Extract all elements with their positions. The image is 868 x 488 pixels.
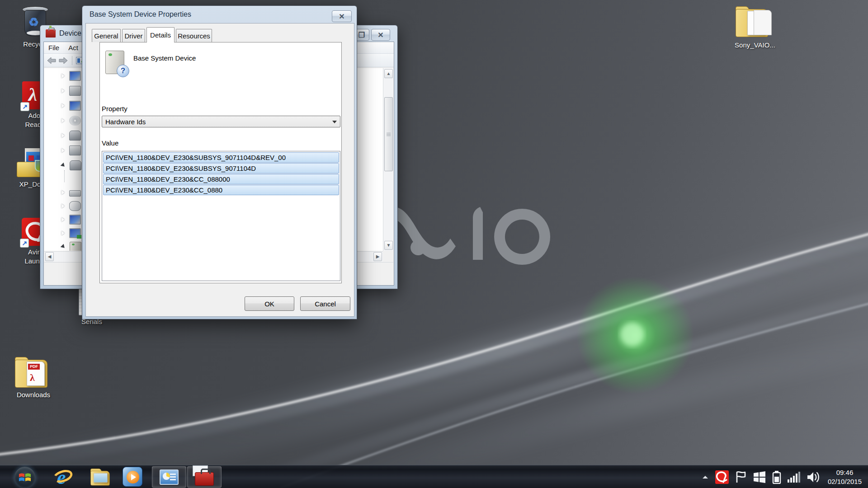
expand-icon[interactable] [61, 190, 65, 195]
device-tree-item-disk-drive[interactable] [61, 85, 81, 97]
avira-tray-icon[interactable] [715, 470, 729, 484]
vertical-scrollbar[interactable]: ▲ ▼ [383, 68, 393, 251]
device-tree-item-monitor[interactable] [61, 214, 81, 225]
dialog-close-button[interactable]: ✕ [332, 10, 352, 22]
internet-explorer-icon: e [53, 467, 73, 487]
hardware-id-item[interactable]: PCI\VEN_1180&DEV_E230&SUBSYS_9071104D [103, 163, 339, 174]
scroll-down-icon[interactable]: ▼ [384, 241, 393, 250]
taskbar-system-monitor-app[interactable] [152, 466, 186, 488]
taskbar-media-player[interactable] [122, 466, 143, 487]
device-tree-item-imaging-device[interactable] [61, 160, 81, 171]
explorer-folder-icon [90, 469, 108, 485]
expand-icon[interactable] [61, 231, 65, 235]
battery-icon[interactable] [772, 470, 781, 484]
start-button[interactable] [14, 467, 35, 488]
dialog-title: Base System Device Properties [90, 10, 191, 19]
taskbar-internet-explorer[interactable]: e [52, 466, 73, 487]
tab-resources[interactable]: Resources [176, 29, 212, 42]
signal-bars-icon[interactable] [788, 471, 800, 483]
shortcut-arrow-icon: ↗ [20, 102, 29, 111]
desktop: ♻ Recycle λ ↗ Adob Reader XP_Dow ↗ Avira… [0, 0, 868, 488]
monitor-icon [69, 215, 81, 225]
network-adapter-icon [69, 228, 81, 238]
device-tree-item-dvd-drive[interactable] [61, 115, 81, 127]
tree-child-connector [64, 170, 65, 182]
display-adapter-icon [69, 101, 81, 111]
scroll-right-icon[interactable]: ▶ [373, 252, 382, 261]
tab-label: Resources [178, 32, 210, 40]
ok-button[interactable]: OK [245, 296, 294, 311]
property-dropdown[interactable]: Hardware Ids [102, 116, 340, 127]
expand-icon[interactable] [61, 148, 65, 153]
device-tree-item-system-device[interactable] [61, 241, 81, 251]
hardware-id-item[interactable]: PCI\VEN_1180&DEV_E230&CC_088000 [103, 174, 339, 184]
device-tree-item-portable-device[interactable] [61, 130, 81, 141]
disk-drive-icon [69, 86, 81, 96]
device-tree-item-display-adapter[interactable] [61, 100, 81, 112]
expand-icon[interactable] [61, 133, 65, 138]
value-listbox[interactable]: PCI\VEN_1180&DEV_E230&SUBSYS_9071104D&RE… [102, 151, 340, 281]
taskbar-windows-explorer[interactable] [89, 466, 109, 487]
hardware-id-item[interactable]: PCI\VEN_1180&DEV_E230&SUBSYS_9071104D&RE… [103, 152, 339, 163]
system-device-icon [70, 242, 81, 251]
device-name: Base System Device [133, 54, 196, 62]
device-tree-item-network-adapter[interactable] [61, 227, 81, 239]
media-player-icon [123, 467, 142, 487]
expand-icon[interactable] [61, 118, 65, 123]
clock-time: 09:46 [828, 468, 862, 477]
tray-clock[interactable]: 09:46 02/10/2015 [828, 468, 862, 486]
portable-device-icon [69, 131, 81, 141]
dialog-titlebar[interactable]: Base System Device Properties [82, 6, 357, 23]
tab-general[interactable]: General [92, 29, 121, 42]
speaker-icon[interactable] [807, 471, 820, 483]
close-button[interactable]: ✕ [371, 29, 390, 41]
menu-file[interactable]: File [44, 43, 64, 52]
taskbar-device-manager-app[interactable] [187, 466, 222, 488]
expand-icon[interactable] [61, 103, 65, 108]
tab-details[interactable]: Details [146, 27, 175, 42]
device-tree-item-keyboard[interactable] [61, 187, 81, 198]
properties-dialog: Base System Device Properties ✕ General … [82, 5, 357, 319]
scroll-left-icon[interactable]: ◀ [45, 252, 54, 261]
chevron-down-icon [332, 121, 337, 123]
device-tree-item-mouse[interactable] [61, 200, 81, 212]
property-label: Property [102, 105, 127, 113]
collapse-icon[interactable] [61, 163, 66, 169]
device-tree-item-ide-controller[interactable] [61, 145, 81, 156]
scroll-up-icon[interactable]: ▲ [384, 69, 393, 78]
clock-date: 02/10/2015 [828, 477, 862, 486]
toolbox-icon [195, 472, 214, 486]
back-icon[interactable] [47, 56, 57, 65]
dvd-drive-icon [69, 116, 81, 126]
device-manager-icon [46, 29, 56, 38]
tab-label: Details [150, 31, 171, 39]
shortcut-arrow-icon: ↗ [20, 239, 29, 248]
downloads-folder-icon: PDFλ [15, 357, 52, 389]
desktop-icon-downloads[interactable]: PDFλ Downloads [13, 357, 54, 399]
forward-icon[interactable] [58, 56, 68, 65]
sony-vaio-folder-icon [736, 6, 774, 39]
hardware-id-item[interactable]: PCI\VEN_1180&DEV_E230&CC_0880 [103, 185, 339, 195]
desktop-icon-sony-vaio[interactable]: Sony_VAIO... [731, 6, 778, 50]
tray-expand-arrow-icon[interactable] [702, 475, 709, 479]
icon-label: Downloads [17, 390, 50, 399]
action-center-flag-icon[interactable] [735, 471, 747, 483]
device-icon [105, 51, 124, 74]
taskbar: e [0, 465, 868, 488]
tab-driver[interactable]: Driver [122, 29, 145, 42]
keyboard-icon [69, 190, 81, 197]
expand-icon[interactable] [61, 204, 65, 208]
icon-label: Sony_VAIO... [735, 41, 775, 50]
menu-action[interactable]: Act [64, 43, 83, 52]
tab-label: Driver [125, 32, 143, 40]
scrollbar-thumb[interactable] [384, 97, 393, 171]
device-tree-item-computer[interactable] [61, 70, 81, 82]
windows-update-logo-icon[interactable] [753, 471, 766, 483]
collapse-icon[interactable] [61, 244, 66, 250]
window-title: Device [59, 29, 81, 38]
expand-icon[interactable] [61, 74, 65, 78]
expand-icon[interactable] [61, 89, 65, 93]
ok-button-label: OK [264, 300, 274, 308]
expand-icon[interactable] [61, 217, 65, 222]
cancel-button[interactable]: Cancel [300, 296, 350, 311]
